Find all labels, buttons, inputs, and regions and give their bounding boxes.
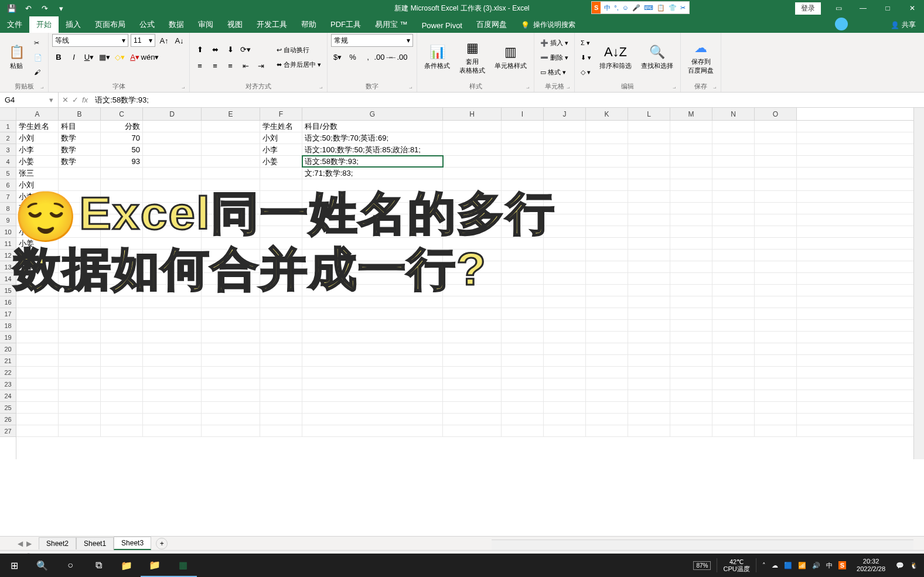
cell-B18[interactable] xyxy=(59,320,101,331)
cell-K23[interactable] xyxy=(586,378,628,390)
cell-A15[interactable] xyxy=(16,285,59,296)
cell-K8[interactable] xyxy=(586,203,628,214)
cell-N11[interactable] xyxy=(712,238,755,249)
volume-icon[interactable]: 🔊 xyxy=(812,562,820,569)
cell-C24[interactable] xyxy=(101,390,143,401)
cell-G3[interactable]: 语文:100;数学:50;英语:85;政治:81; xyxy=(302,144,443,155)
cell-F21[interactable] xyxy=(260,355,302,366)
cell-O17[interactable] xyxy=(755,308,797,319)
cell-F22[interactable] xyxy=(260,367,302,378)
col-header-O[interactable]: O xyxy=(755,108,797,120)
cell-N14[interactable] xyxy=(712,273,755,284)
cell-G8[interactable] xyxy=(302,203,443,214)
cell-K2[interactable] xyxy=(586,132,628,144)
app-folder-icon[interactable]: 📁 xyxy=(112,554,141,577)
sheet-next-icon[interactable]: ▶ xyxy=(26,540,32,548)
cell-H6[interactable] xyxy=(443,179,502,190)
name-box[interactable]: G4▾ xyxy=(0,93,59,107)
cell-H18[interactable] xyxy=(443,320,502,331)
ime-toolbar[interactable]: S 中 °, ☺ 🎤 ⌨ 📋 👕 ✂ xyxy=(591,1,690,14)
number-format-select[interactable]: 常规▾ xyxy=(331,34,413,47)
cell-L15[interactable] xyxy=(628,285,670,296)
cell-A5[interactable]: 张三 xyxy=(16,168,59,179)
cell-K26[interactable] xyxy=(586,414,628,425)
cell-I17[interactable] xyxy=(502,308,544,319)
col-header-F[interactable]: F xyxy=(260,108,302,120)
cell-K1[interactable] xyxy=(586,121,628,132)
cell-H20[interactable] xyxy=(443,343,502,354)
cell-N7[interactable] xyxy=(712,191,755,202)
percent-button[interactable]: % xyxy=(346,50,359,63)
cell-L10[interactable] xyxy=(628,226,670,237)
cell-A1[interactable]: 学生姓名 xyxy=(16,121,59,132)
cell-L17[interactable] xyxy=(628,308,670,319)
cell-I13[interactable] xyxy=(502,261,544,272)
cell-H1[interactable] xyxy=(443,121,502,132)
cell-A23[interactable] xyxy=(16,378,59,390)
cell-M9[interactable] xyxy=(670,214,712,226)
cell-L16[interactable] xyxy=(628,296,670,308)
row-header[interactable]: 21 xyxy=(0,355,16,367)
sheet-tab-2[interactable]: Sheet1 xyxy=(76,537,114,549)
cell-K16[interactable] xyxy=(586,296,628,308)
cell-F1[interactable]: 学生姓名 xyxy=(260,121,302,132)
cell-J11[interactable] xyxy=(544,238,586,249)
underline-button[interactable]: U▾ xyxy=(83,50,96,63)
cell-G7[interactable] xyxy=(302,191,443,202)
cell-H19[interactable] xyxy=(443,332,502,343)
cell-E14[interactable] xyxy=(202,273,260,284)
cell-I15[interactable] xyxy=(502,285,544,296)
cell-K14[interactable] xyxy=(586,273,628,284)
cell-D15[interactable] xyxy=(143,285,202,296)
cell-H10[interactable] xyxy=(443,226,502,237)
cell-J27[interactable] xyxy=(544,425,586,436)
cell-L14[interactable] xyxy=(628,273,670,284)
cell-G25[interactable] xyxy=(302,402,443,413)
onedrive-icon[interactable]: ☁ xyxy=(772,562,778,569)
cell-E27[interactable] xyxy=(202,425,260,436)
cell-L8[interactable] xyxy=(628,203,670,214)
cell-D8[interactable] xyxy=(143,203,202,214)
cell-H9[interactable] xyxy=(443,214,502,226)
cell-A2[interactable]: 小刘 xyxy=(16,132,59,144)
cell-M20[interactable] xyxy=(670,343,712,354)
col-header-H[interactable]: H xyxy=(443,108,502,120)
cell-C20[interactable] xyxy=(101,343,143,354)
cell-M12[interactable] xyxy=(670,250,712,261)
cell-D10[interactable] xyxy=(143,226,202,237)
cell-M3[interactable] xyxy=(670,144,712,155)
cell-C13[interactable] xyxy=(101,261,143,272)
cell-O1[interactable] xyxy=(755,121,797,132)
cell-M4[interactable] xyxy=(670,156,712,167)
cell-N21[interactable] xyxy=(712,355,755,366)
qat-dropdown-icon[interactable]: ▾ xyxy=(54,1,68,15)
cell-L3[interactable] xyxy=(628,144,670,155)
cell-J17[interactable] xyxy=(544,308,586,319)
align-middle-button[interactable]: ⬌ xyxy=(209,43,221,56)
cell-I9[interactable] xyxy=(502,214,544,226)
cell-D7[interactable] xyxy=(143,191,202,202)
cell-G24[interactable] xyxy=(302,390,443,401)
cell-A9[interactable]: 小刘 xyxy=(16,214,59,226)
cell-G9[interactable] xyxy=(302,214,443,226)
cell-O27[interactable] xyxy=(755,425,797,436)
cell-B23[interactable] xyxy=(59,378,101,390)
cell-I3[interactable] xyxy=(502,144,544,155)
cell-E9[interactable] xyxy=(202,214,260,226)
row-header[interactable]: 23 xyxy=(0,378,16,390)
excel-taskbar-icon[interactable]: ▦ xyxy=(169,554,197,577)
cell-I23[interactable] xyxy=(502,378,544,390)
battery-indicator[interactable]: 87% xyxy=(693,561,711,570)
cell-B3[interactable]: 数学 xyxy=(59,144,101,155)
cell-A11[interactable]: 小姜 xyxy=(16,238,59,249)
cell-E2[interactable] xyxy=(202,132,260,144)
cell-H22[interactable] xyxy=(443,367,502,378)
cell-D13[interactable] xyxy=(143,261,202,272)
cell-J16[interactable] xyxy=(544,296,586,308)
cell-O10[interactable] xyxy=(755,226,797,237)
row-header[interactable]: 18 xyxy=(0,320,16,332)
cell-O24[interactable] xyxy=(755,390,797,401)
cell-D26[interactable] xyxy=(143,414,202,425)
cell-N2[interactable] xyxy=(712,132,755,144)
col-header-A[interactable]: A xyxy=(16,108,59,120)
